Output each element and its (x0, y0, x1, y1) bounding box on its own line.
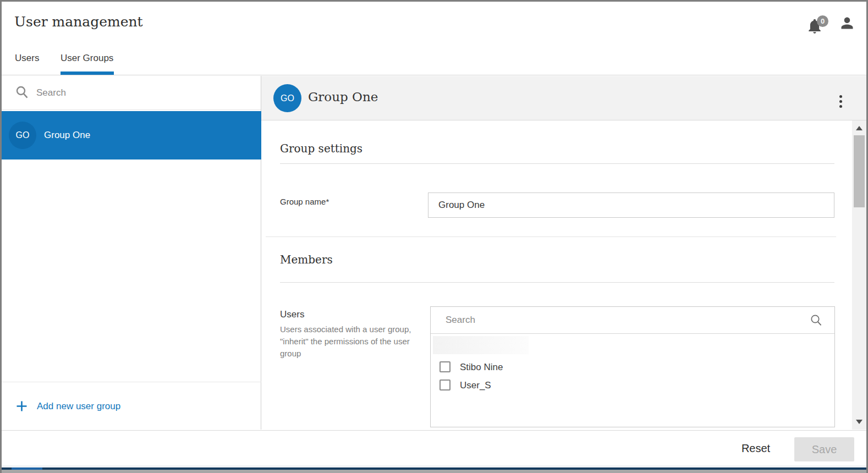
window-border-left (0, 0, 2, 473)
scroll-up-arrow-icon (856, 126, 862, 130)
group-name-label: Group name* (280, 197, 329, 206)
reset-button[interactable]: Reset (726, 431, 786, 466)
scrollbar-thumb[interactable] (854, 135, 865, 207)
group-search-row (2, 76, 261, 110)
group-name-input[interactable] (428, 193, 834, 218)
members-search-icon (810, 314, 822, 327)
detail-scrollbar[interactable] (852, 120, 866, 430)
members-search-row (431, 307, 834, 334)
scroll-up-button[interactable] (852, 120, 866, 136)
detail-body: Group settings Group name* Members Users… (261, 121, 852, 430)
member-option-label: Stibo Nine (460, 358, 503, 376)
search-icon (15, 85, 29, 100)
loading-shimmer (433, 336, 529, 354)
group-list-panel: GO Group One Add new user group (2, 76, 261, 430)
user-account-button[interactable] (839, 15, 855, 31)
person-icon (839, 15, 855, 31)
group-name: Group One (44, 111, 90, 160)
users-field-label: Users (280, 309, 304, 320)
member-option-row[interactable]: User_S (431, 376, 836, 394)
page-title: User management (14, 14, 143, 30)
members-picker: Stibo NineUser_S (430, 306, 835, 427)
users-field-description: Users associated with a user group, "inh… (280, 323, 416, 360)
group-settings-rule (280, 163, 834, 164)
section-divider (266, 237, 836, 237)
active-tab-underline (61, 72, 114, 75)
scroll-down-arrow-icon (856, 420, 862, 424)
window-border-bottom (0, 470, 868, 473)
member-checkbox[interactable] (440, 380, 451, 391)
members-rule (280, 282, 834, 283)
detail-header: GO Group One (261, 76, 866, 120)
add-new-user-group-button[interactable]: Add new user group (2, 382, 261, 430)
add-new-user-group-label: Add new user group (37, 382, 120, 430)
members-heading: Members (280, 253, 333, 266)
member-checkbox[interactable] (440, 361, 451, 372)
plus-icon (16, 400, 28, 412)
scroll-down-button[interactable] (852, 414, 866, 430)
group-search-input[interactable] (36, 84, 245, 102)
group-avatar: GO (9, 122, 36, 149)
members-search-input[interactable] (446, 311, 798, 329)
group-settings-heading: Group settings (280, 142, 362, 155)
member-option-label: User_S (460, 376, 491, 394)
save-button[interactable]: Save (794, 437, 854, 461)
member-option-row[interactable]: Stibo Nine (431, 358, 836, 376)
more-options-button[interactable] (835, 92, 853, 111)
detail-avatar: GO (273, 84, 301, 112)
window-border-top (0, 0, 868, 2)
detail-title: Group One (308, 90, 378, 104)
action-bar: Reset Save (2, 430, 866, 465)
top-header: User management Users User Groups 0 (2, 2, 866, 75)
tab-bar: Users User Groups (2, 48, 866, 75)
tab-users[interactable]: Users (15, 53, 39, 64)
group-list-item-selected[interactable]: GO Group One (2, 111, 261, 160)
user-management-window: User management Users User Groups 0 GO G… (0, 0, 868, 473)
notification-count-badge: 0 (817, 15, 828, 27)
tab-user-groups[interactable]: User Groups (61, 53, 113, 64)
